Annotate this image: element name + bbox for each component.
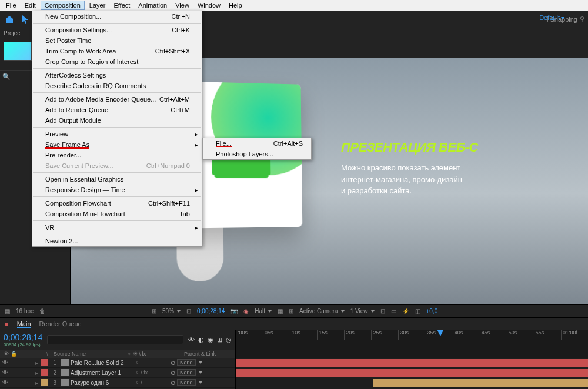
parent-dropdown[interactable]: None: [177, 369, 196, 376]
layer-name[interactable]: Ракурс один 6: [71, 380, 135, 386]
quality-dropdown[interactable]: Half: [255, 308, 272, 314]
menu-item-pre-render[interactable]: Pre-render...: [32, 150, 202, 160]
col-header-parent[interactable]: Parent & Link: [184, 351, 235, 357]
layer-name[interactable]: Pale Ro...lue Solid 2: [71, 360, 135, 366]
timeline-tab-render-queue[interactable]: Render Queue: [39, 320, 82, 327]
menu-item-composition-flowchart[interactable]: Composition FlowchartCtrl+Shift+F11: [32, 198, 202, 209]
layer-switches[interactable]: ♀: [135, 360, 171, 365]
layer-duration-bar[interactable]: [236, 369, 588, 377]
menu-item-trim-comp-to-work-area[interactable]: Trim Comp to Work AreaCtrl+Shift+X: [32, 46, 202, 56]
menu-item-open-in-essential-graphics[interactable]: Open in Essential Graphics: [32, 174, 202, 185]
menu-item-add-to-render-queue[interactable]: Add to Render QueueCtrl+M: [32, 105, 202, 115]
layer-bar-track[interactable]: [235, 378, 588, 388]
layer-bar-track[interactable]: [235, 368, 588, 378]
menu-item-composition-mini-flowchart[interactable]: Composition Mini-FlowchartTab: [32, 209, 202, 219]
menu-composition[interactable]: Composition: [41, 1, 85, 10]
menu-item-add-to-adobe-media-encoder-queue[interactable]: Add to Adobe Media Encoder Queue...Ctrl+…: [32, 94, 202, 105]
view-option-icon[interactable]: ⊡: [380, 308, 385, 314]
bpc-label[interactable]: 16 bpc: [16, 308, 34, 314]
shy-icon[interactable]: 👁: [188, 336, 195, 344]
menu-window[interactable]: Window: [194, 1, 224, 9]
playhead[interactable]: [440, 330, 440, 350]
fast-preview-icon[interactable]: ⚡: [402, 308, 409, 314]
layer-chevron-icon[interactable]: ▸: [35, 360, 41, 366]
workspace-default[interactable]: Default: [539, 14, 564, 21]
menu-animation[interactable]: Animation: [135, 1, 171, 9]
menu-item-aftercodecs-settings[interactable]: AfterCodecs Settings: [32, 70, 202, 81]
project-thumbnail[interactable]: [4, 42, 32, 61]
guides-icon[interactable]: ⊞: [289, 308, 293, 314]
exposure-value[interactable]: +0,0: [426, 308, 438, 314]
project-tab[interactable]: Project: [0, 28, 35, 38]
camera-dropdown[interactable]: Active Camera: [299, 308, 345, 314]
col-header-source[interactable]: Source Name: [54, 351, 128, 357]
layer-color-chip[interactable]: [41, 359, 48, 366]
trash-icon[interactable]: 🗑: [39, 308, 45, 314]
footer-timecode[interactable]: 0;00;28;14: [197, 308, 225, 314]
pickwhip-icon[interactable]: ⊙: [171, 380, 175, 386]
layer-switches[interactable]: ♀ / fx: [135, 370, 171, 375]
layer-name[interactable]: Adjustment Layer 1: [71, 370, 135, 376]
mag-ratio-icon[interactable]: ⊞: [152, 308, 156, 314]
pixel-aspect-icon[interactable]: ▭: [391, 308, 396, 314]
col-header-num[interactable]: #: [45, 351, 54, 357]
layer-duration-bar[interactable]: [373, 379, 588, 387]
menu-item-newton-2[interactable]: Newton 2...: [32, 236, 202, 246]
menu-item-new-composition[interactable]: New Composition...Ctrl+N: [32, 11, 202, 22]
menu-effect[interactable]: Effect: [110, 1, 133, 9]
color-mgmt-icon[interactable]: ◉: [243, 308, 249, 314]
selection-tool-icon[interactable]: [20, 14, 32, 25]
view-dropdown[interactable]: 1 View: [350, 308, 375, 314]
grid-icon[interactable]: ▦: [278, 308, 283, 314]
menu-view[interactable]: View: [172, 1, 193, 9]
submenu-item-photoshop-layers[interactable]: Photoshop Layers...: [203, 149, 311, 159]
eye-header-icon[interactable]: 👁 🔒: [4, 351, 17, 357]
menu-item-describe-codecs-in-rq-comments[interactable]: Describe Codecs in RQ Comments: [32, 81, 202, 91]
layer-bar-track[interactable]: [235, 358, 588, 368]
layer-row[interactable]: 👁▸1Pale Ro...lue Solid 2♀⊙None: [0, 358, 588, 368]
timeline-timecode[interactable]: 0;00;28;14: [4, 333, 42, 342]
menu-help[interactable]: Help: [225, 1, 246, 9]
menu-item-vr[interactable]: VR▸: [32, 222, 202, 233]
eye-icon[interactable]: 👁: [2, 369, 9, 376]
eye-icon[interactable]: 👁: [2, 359, 9, 366]
motionblur-icon[interactable]: ◉: [208, 336, 213, 344]
pickwhip-icon[interactable]: ⊙: [171, 360, 175, 366]
camera-icon[interactable]: 📷: [230, 308, 238, 314]
timeline-tab-main[interactable]: Main: [17, 320, 31, 328]
brainstorm-icon[interactable]: ◎: [226, 336, 232, 344]
layer-color-chip[interactable]: [41, 369, 48, 376]
transparency-icon[interactable]: ◫: [415, 308, 420, 314]
menu-item-composition-settings[interactable]: Composition Settings...Ctrl+K: [32, 25, 202, 35]
parent-dropdown[interactable]: None: [177, 379, 196, 386]
layer-chevron-icon[interactable]: ▸: [35, 380, 41, 386]
layer-color-chip[interactable]: [41, 379, 48, 386]
zoom-dropdown[interactable]: 50%: [162, 308, 181, 314]
layer-chevron-icon[interactable]: ▸: [35, 370, 41, 376]
layer-duration-bar[interactable]: [236, 359, 588, 367]
frameblend-icon[interactable]: ◐: [198, 336, 204, 344]
menu-item-save-frame-as[interactable]: Save Frame As▸: [32, 139, 202, 150]
snap-options-icon[interactable]: ⚲: [580, 15, 584, 23]
menu-file[interactable]: File: [2, 1, 20, 9]
menu-item-add-output-module[interactable]: Add Output Module: [32, 115, 202, 126]
toggle-alpha-icon[interactable]: ▦: [5, 308, 10, 314]
menu-item-responsive-design-time[interactable]: Responsive Design — Time▸: [32, 185, 202, 195]
layer-row[interactable]: 👁▸2Adjustment Layer 1♀ / fx⊙None: [0, 368, 588, 378]
menu-edit[interactable]: Edit: [21, 1, 39, 9]
graph-icon[interactable]: ⊞: [217, 336, 222, 344]
menu-item-preview[interactable]: Preview▸: [32, 129, 202, 139]
submenu-item-file[interactable]: File...Ctrl+Alt+S: [203, 138, 311, 149]
layer-row[interactable]: 👁▸3Ракурс один 6♀ /⊙None: [0, 378, 588, 388]
pickwhip-icon[interactable]: ⊙: [171, 370, 175, 376]
timeline-ruler[interactable]: :00s05s10s15s20s25s30s35s40s45s50s55s01:…: [235, 330, 588, 350]
home-icon[interactable]: [4, 14, 15, 25]
col-header-switches[interactable]: ♀ ☀ \ fx: [128, 351, 185, 357]
menu-layer[interactable]: Layer: [86, 1, 109, 9]
eye-icon[interactable]: 👁: [2, 379, 9, 386]
menu-item-crop-comp-to-region-of-interest[interactable]: Crop Comp to Region of Interest: [32, 56, 202, 67]
parent-dropdown[interactable]: None: [177, 359, 196, 366]
resolution-icon[interactable]: ⊡: [186, 308, 191, 314]
timeline-search[interactable]: [47, 335, 183, 344]
menu-item-set-poster-time[interactable]: Set Poster Time: [32, 35, 202, 46]
